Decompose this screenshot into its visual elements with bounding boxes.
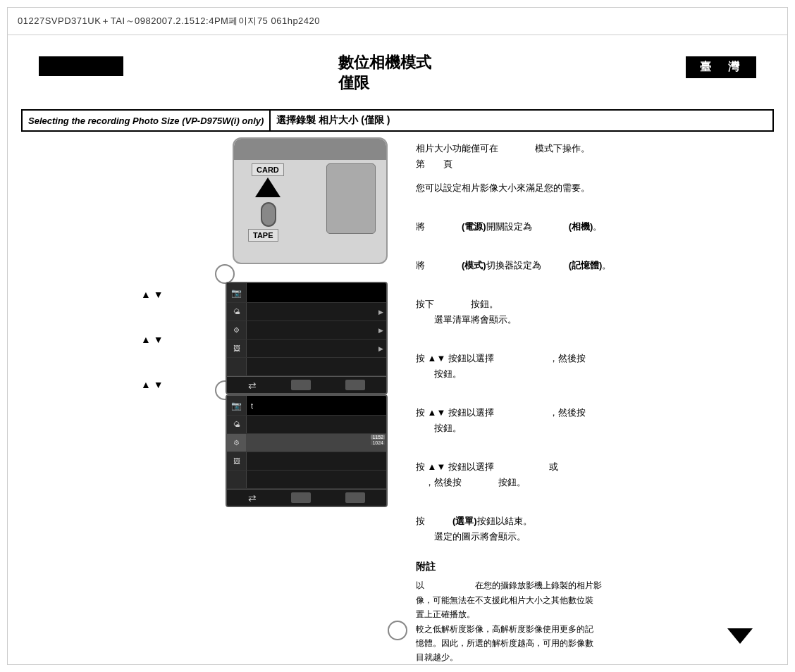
menu-ui-bottom: 📷 t 🌤 ⚙ ✓ 1152 1024 🖼 ⇄ [226,394,388,507]
menu-icon-b2: 🌤 [227,416,247,433]
inst-text-7: 按 ▲▼ 按鈕以選擇 ，然後按 按鈕。 [416,405,586,436]
inst-text-5: 按下 按鈕。 選單清單將會顯示。 [416,297,517,328]
title-sub-text: 僅限 [338,74,369,92]
inst-text-2: 您可以設定相片影像大小來滿足您的需要。 [416,180,590,196]
menu-row-3: ⚙ ▶ [227,321,386,340]
black-label-block [39,56,123,76]
menu-icon-b5 [227,471,247,488]
menu-icon-3: ⚙ [227,321,247,339]
menu-screen-top: 📷 🌤 ▶ ⚙ ▶ 🖼 ▶ ⇄ [226,282,388,394]
menu-bottom-bar-top: ⇄ [227,376,386,393]
resolution-badge-2: 1024 [371,440,385,445]
circle-marker-top [215,264,235,284]
instruction-8: 按 ▲▼ 按鈕以選擇 或 ，然後按 按鈕。 [416,459,767,490]
instruction-7: 按 ▲▼ 按鈕以選擇 ，然後按 按鈕。 [416,405,767,436]
bottom-arrow-icon [727,628,753,644]
menu-icon-camera: 📷 [227,283,247,302]
camera-top-bar [234,139,386,160]
note-title: 附註 [416,559,767,574]
nav-arrows-section: ▲ ▼ ▲ ▼ ▲ ▼ [141,289,167,424]
instruction-6: 按 ▲▼ 按鈕以選擇 ，然後按 按鈕。 [416,351,767,382]
instruction-5: 按下 按鈕。 選單清單將會顯示。 [416,297,767,328]
nav-icon-swap: ⇄ [248,380,257,391]
nav-btn-b2 [345,492,365,503]
instruction-9: 按 (選單)按鈕以結束。 選定的圖示將會顯示。 [416,514,767,545]
arrow-symbols-1: ▲ ▼ [141,289,164,300]
menu-icon-camera-b: 📷 [227,396,247,415]
menu-row-b2: 🌤 [227,416,386,434]
camera-illustration: CARD TAPE [233,137,388,264]
note-text: 以 在您的攝錄放影機上錄製的相片影 像，可能無法在不支援此相片大小之其他數位裝 … [416,578,767,664]
instruction-2: 您可以設定相片影像大小來滿足您的需要。 [416,180,767,196]
menu-row-4: 🖼 ▶ [227,340,386,358]
menu-row-5 [227,358,386,376]
menu-icon-4: 🖼 [227,340,247,357]
menu-row-b3: ⚙ ✓ 1152 1024 [227,434,386,452]
menu-icon-b3: ⚙ [227,434,247,452]
menu-icon-2: 🌤 [227,303,247,321]
oval-button [261,202,276,227]
nav-btn-b1 [291,492,311,503]
nav-arrow-row-1: ▲ ▼ [141,289,167,300]
title-section: 數位相機模式 僅限 [338,53,703,93]
menu-row-b4: 🖼 [227,452,386,471]
menu-row-b5 [227,471,386,489]
menu-icon-b4: 🖼 [227,452,247,470]
menu-row-header-top: 📷 [227,283,386,303]
title-main: 數位相機模式 僅限 [338,53,703,93]
right-content: 相片大小功能僅可在 模式下操作。第 頁 您可以設定相片影像大小來滿足您的需要。 … [416,141,767,665]
nav-arrow-row-3: ▲ ▼ [141,379,167,390]
nav-btn-2 [345,380,365,390]
nav-icon-swap-b: ⇄ [248,492,257,504]
section-header-right: 選擇錄製 相片大小 (僅限 ) [271,111,772,130]
inst-text-9: 按 (選單)按鈕以結束。 選定的圖示將會顯示。 [416,514,532,545]
arrow-up-icon [255,178,281,197]
section-header-left: Selecting the recording Photo Size (VP-D… [23,111,271,130]
camera-lens-area [326,163,376,234]
instruction-3: 將 (電源)開關設定為 (相機)。 [416,219,767,235]
menu-text-b1: t [247,402,386,410]
menu-screen-bottom: 📷 t 🌤 ⚙ ✓ 1152 1024 🖼 ⇄ [226,394,388,507]
tape-label: TAPE [248,229,278,242]
inst-text-1: 相片大小功能僅可在 模式下操作。第 頁 [416,141,590,172]
camera-area: CARD TAPE [233,137,402,278]
instruction-4: 將 (模式)切換器設定為 (記憶體)。 [416,258,767,273]
nav-btn-1 [291,380,311,390]
menu-ui-top: 📷 🌤 ▶ ⚙ ▶ 🖼 ▶ ⇄ [226,282,388,394]
card-label: CARD [252,163,284,176]
menu-icon-5 [227,358,247,375]
menu-row-2: 🌤 ▶ [227,303,386,321]
inst-text-8: 按 ▲▼ 按鈕以選擇 或 ，然後按 按鈕。 [416,459,558,490]
menu-arrow-2: ▶ [375,303,386,321]
inst-text-4: 將 (模式)切換器設定為 (記憶體)。 [416,258,611,273]
header-bar: 01227SVPD371UK＋TAI～0982007.2.1512:4PM페이지… [7,7,788,35]
inst-text-3: 將 (電源)開關設定為 (相機)。 [416,219,602,235]
arrow-symbols-3: ▲ ▼ [141,379,164,390]
section-header: Selecting the recording Photo Size (VP-D… [21,109,774,132]
nav-arrow-row-2: ▲ ▼ [141,334,167,345]
circle-bottom-center [388,621,407,640]
menu-bottom-bar-bottom: ⇄ [227,489,386,506]
header-text: 01227SVPD371UK＋TAI～0982007.2.1512:4PM페이지… [18,15,320,27]
title-main-text: 數位相機模式 [338,54,431,71]
arrow-symbols-2: ▲ ▼ [141,334,164,345]
menu-row-header-bottom: 📷 t [227,396,386,416]
instruction-1: 相片大小功能僅可在 模式下操作。第 頁 [416,141,767,172]
menu-arrow-4: ▶ [375,340,386,357]
inst-text-6: 按 ▲▼ 按鈕以選擇 ，然後按 按鈕。 [416,351,586,382]
note-section: 附註 以 在您的攝錄放影機上錄製的相片影 像，可能無法在不支援此相片大小之其他數… [416,559,767,665]
resolution-badge-1: 1152 [371,435,385,440]
menu-arrow-3: ▶ [375,321,386,339]
